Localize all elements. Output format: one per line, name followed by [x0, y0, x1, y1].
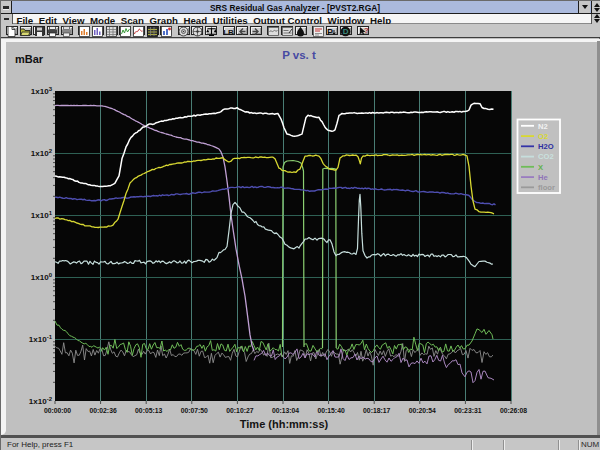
svg-text:1x102: 1x102: [31, 148, 53, 158]
svg-text:1x10-2: 1x10-2: [29, 396, 53, 406]
svg-text:00:20:54: 00:20:54: [409, 407, 436, 414]
svg-text:Time (hh:mm:ss): Time (hh:mm:ss): [240, 418, 329, 430]
svg-text:1x100: 1x100: [31, 272, 53, 282]
svg-text:1x10-1: 1x10-1: [29, 334, 53, 344]
svg-text:O2: O2: [538, 132, 548, 141]
svg-text:00:10:27: 00:10:27: [226, 407, 253, 414]
svg-text:He: He: [538, 173, 548, 182]
svg-text:N2: N2: [538, 122, 548, 131]
svg-text:00:18:17: 00:18:17: [363, 407, 390, 414]
svg-text:mBar: mBar: [15, 53, 44, 65]
svg-text:00:00:00: 00:00:00: [44, 407, 71, 414]
svg-text:floor: floor: [538, 183, 555, 192]
svg-text:P vs. t: P vs. t: [282, 49, 316, 61]
svg-text:1x103: 1x103: [31, 86, 53, 96]
svg-text:00:15:40: 00:15:40: [317, 407, 344, 414]
svg-text:00:07:50: 00:07:50: [181, 407, 208, 414]
svg-text:00:23:31: 00:23:31: [454, 407, 481, 414]
svg-text:00:26:08: 00:26:08: [500, 407, 527, 414]
svg-text:CO2: CO2: [538, 152, 554, 161]
svg-text:00:13:04: 00:13:04: [272, 407, 299, 414]
svg-text:1x101: 1x101: [31, 210, 53, 220]
svg-text:X: X: [538, 163, 543, 172]
svg-text:H2O: H2O: [538, 142, 554, 151]
svg-text:00:05:13: 00:05:13: [135, 407, 162, 414]
svg-text:00:02:36: 00:02:36: [89, 407, 116, 414]
